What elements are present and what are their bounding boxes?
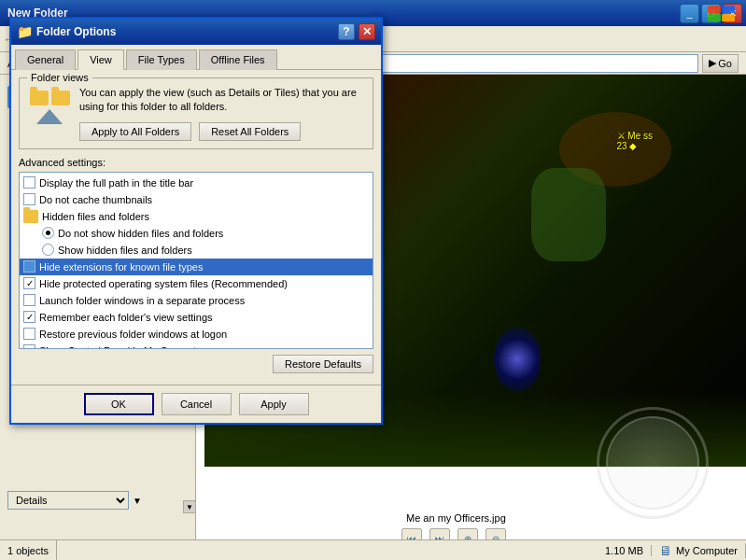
checkbox-restore-prev[interactable] (23, 328, 35, 340)
checkbox-no-cache[interactable] (23, 193, 35, 205)
setting-hide-protected[interactable]: ✓ Hide protected operating system files … (20, 275, 373, 292)
checkbox-hide-extensions[interactable] (23, 260, 35, 273)
ok-button[interactable]: OK (84, 393, 154, 415)
game-bg-2 (531, 168, 606, 261)
restore-defaults-button[interactable]: Restore Defaults (273, 355, 373, 373)
dialog-overlay: 📁 Folder Options ? ✕ General View File T… (0, 0, 383, 476)
tab-general-label: General (27, 54, 63, 65)
dialog-actions: OK Cancel Apply (11, 385, 381, 423)
dialog-close-button[interactable]: ✕ (359, 23, 375, 40)
checkbox-control[interactable] (23, 344, 35, 348)
label-hide-extensions: Hide extensions for known file types (39, 261, 203, 273)
setting-show-hidden[interactable]: Show hidden files and folders (20, 242, 373, 259)
dialog-titlebar: 📁 Folder Options ? ✕ (11, 19, 381, 45)
checkbox-remember[interactable]: ✓ (23, 311, 35, 323)
game-hud-text: ⚔ Me ss 23 ◆ (617, 131, 653, 151)
label-dont-show-hidden: Do not show hidden files and folders (58, 228, 223, 239)
folder-views-inner: You can apply the view (such as Details … (27, 86, 365, 141)
xp-logo (699, 0, 746, 26)
folder-icon-top (30, 91, 70, 105)
label-restore-prev: Restore previous folder windows at logon (39, 329, 227, 340)
checkbox-full-path[interactable] (23, 176, 35, 189)
statusbar: 1 objects 1.10 MB 🖥 My Computer (0, 539, 746, 560)
my-computer-label: My Computer (676, 545, 738, 556)
tab-file-types-label: File Types (138, 54, 185, 65)
dialog-tabs: General View File Types Offline Files (11, 45, 381, 70)
restore-defaults-container: Restore Defaults (19, 355, 373, 373)
svg-rect-0 (708, 6, 721, 13)
watermark-disc-inner (606, 416, 699, 510)
folder-hidden-icon (23, 210, 38, 223)
setting-no-cache[interactable]: Do not cache thumbnails (20, 191, 373, 208)
file-size: 1.10 MB (605, 545, 643, 556)
label-control: Show Control Panel in My Computer (39, 345, 205, 348)
tab-offline-files-label: Offline Files (211, 54, 265, 65)
mini-folder-1 (30, 91, 49, 105)
radio-show-hidden[interactable] (42, 244, 54, 256)
reset-all-button[interactable]: Reset All Folders (199, 122, 301, 141)
label-show-hidden: Show hidden files and folders (58, 245, 192, 256)
label-full-path: Display the full path in the title bar (39, 177, 193, 189)
setting-restore-previous[interactable]: Restore previous folder windows at logon (20, 326, 373, 343)
tab-file-types[interactable]: File Types (126, 49, 197, 70)
folder-views-group: Folder views You can apply (19, 77, 373, 149)
checkbox-launch[interactable] (23, 294, 35, 306)
setting-full-path[interactable]: Display the full path in the title bar (20, 175, 373, 191)
arrow-icon (35, 107, 64, 126)
folder-views-desc-area: You can apply the view (such as Details … (79, 86, 365, 141)
svg-marker-4 (36, 109, 63, 124)
settings-list-container: Display the full path in the title bar D… (19, 172, 373, 349)
label-hidden-group: Hidden files and folders (42, 211, 149, 222)
label-hide-protected: Hide protected operating system files (R… (39, 278, 288, 289)
svg-rect-2 (722, 6, 735, 13)
cancel-button[interactable]: Cancel (162, 393, 232, 415)
advanced-settings-label: Advanced settings: (19, 157, 373, 168)
status-size: 1.10 MB (598, 545, 652, 556)
go-button[interactable]: ▶ Go (702, 54, 739, 73)
label-no-cache: Do not cache thumbnails (39, 194, 152, 205)
label-remember: Remember each folder's view settings (39, 312, 213, 323)
label-launch: Launch folder windows in a separate proc… (39, 295, 245, 306)
status-right: 1.10 MB 🖥 My Computer (598, 543, 746, 558)
svg-rect-1 (708, 14, 721, 21)
radio-dont-show[interactable] (42, 227, 54, 239)
folder-icon-big (27, 86, 72, 131)
go-arrow-icon: ▶ (709, 57, 716, 69)
mini-folder-2 (51, 91, 70, 105)
svg-rect-3 (722, 14, 735, 21)
minimize-button[interactable]: _ (680, 4, 699, 23)
apply-to-all-button[interactable]: Apply to All Folders (79, 122, 191, 141)
sidebar-scroll-down[interactable]: ▼ (183, 500, 196, 513)
tab-offline-files[interactable]: Offline Files (199, 49, 277, 70)
help-button[interactable]: ? (338, 23, 355, 40)
settings-list[interactable]: Display the full path in the title bar D… (20, 173, 373, 348)
details-select[interactable]: Details (7, 491, 129, 510)
details-dropdown-icon: ▼ (133, 496, 142, 506)
dialog-title: Folder Options (36, 25, 334, 38)
tab-general[interactable]: General (15, 49, 76, 70)
dialog-folder-icon: 📁 (17, 24, 33, 39)
filename-label: Me an my Officers.jpg (406, 512, 506, 524)
setting-show-control[interactable]: Show Control Panel in My Computer (20, 343, 373, 348)
setting-hide-extensions[interactable]: Hide extensions for known file types (20, 259, 373, 275)
setting-dont-show-hidden[interactable]: Do not show hidden files and folders (20, 225, 373, 242)
details-area: Details ▼ (0, 487, 196, 513)
objects-count: 1 objects (7, 545, 49, 556)
apply-button[interactable]: Apply (239, 393, 309, 415)
folder-options-dialog: 📁 Folder Options ? ✕ General View File T… (9, 17, 383, 425)
folder-views-legend: Folder views (27, 72, 92, 83)
go-label: Go (718, 58, 732, 69)
dialog-content: Folder views You can apply (11, 70, 381, 381)
folder-views-buttons: Apply to All Folders Reset All Folders (79, 122, 365, 141)
checkbox-hide-protected[interactable]: ✓ (23, 277, 35, 289)
tab-view-label: View (90, 54, 112, 65)
setting-remember-view[interactable]: ✓ Remember each folder's view settings (20, 309, 373, 326)
character-glow (494, 327, 541, 392)
setting-launch-separate[interactable]: Launch folder windows in a separate proc… (20, 292, 373, 309)
folder-views-desc: You can apply the view (such as Details … (79, 86, 365, 115)
status-my-computer: 🖥 My Computer (652, 543, 746, 558)
setting-hidden-group: Hidden files and folders (20, 208, 373, 225)
tab-view[interactable]: View (77, 49, 124, 70)
status-objects: 1 objects (0, 540, 57, 560)
